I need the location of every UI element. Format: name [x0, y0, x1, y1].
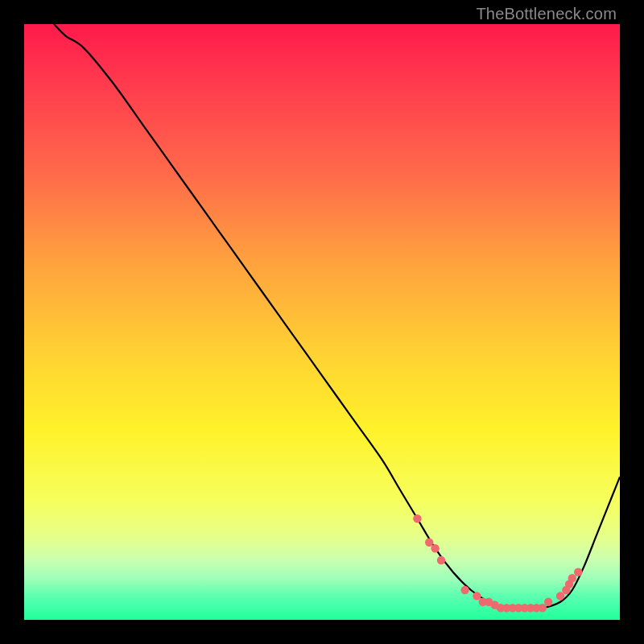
bottleneck-chart: [24, 24, 620, 620]
marker-dot: [473, 592, 481, 600]
marker-dot: [460, 586, 469, 594]
marker-dot: [425, 539, 433, 547]
watermark-text: TheBottleneck.com: [476, 5, 617, 23]
marker-dot: [431, 544, 439, 552]
marker-dot: [539, 604, 547, 612]
marker-dot: [568, 574, 576, 582]
marker-dot: [544, 598, 552, 606]
chart-background: [24, 24, 620, 620]
marker-dot: [413, 514, 421, 522]
marker-dot: [437, 556, 445, 564]
marker-dot: [574, 568, 582, 576]
marker-dot: [556, 592, 564, 600]
chart-frame: [24, 24, 620, 620]
